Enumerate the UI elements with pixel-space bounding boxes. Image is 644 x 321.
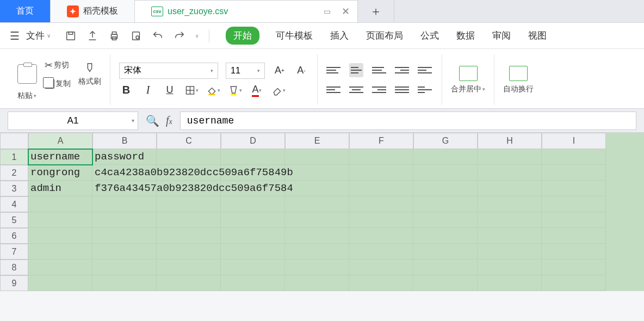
print-icon[interactable] bbox=[108, 30, 120, 42]
cell[interactable] bbox=[28, 212, 92, 228]
cell[interactable] bbox=[542, 196, 606, 212]
row-header[interactable]: 3 bbox=[0, 181, 28, 196]
decrease-font-button[interactable]: A- bbox=[294, 64, 308, 78]
column-header[interactable]: D bbox=[221, 133, 285, 149]
present-icon[interactable]: ▭ bbox=[324, 7, 331, 16]
row-header[interactable]: 7 bbox=[0, 244, 28, 260]
cell[interactable] bbox=[285, 275, 349, 291]
paste-button[interactable] bbox=[17, 64, 37, 84]
cell[interactable] bbox=[542, 181, 606, 196]
cell[interactable] bbox=[413, 244, 478, 260]
cell[interactable] bbox=[285, 181, 349, 196]
row-header[interactable]: 8 bbox=[0, 260, 28, 275]
cell[interactable] bbox=[413, 228, 478, 244]
paste-dropdown[interactable]: 粘贴▾ bbox=[17, 91, 101, 101]
cell[interactable] bbox=[285, 228, 349, 244]
cell[interactable] bbox=[413, 275, 478, 291]
align-center-button[interactable] bbox=[349, 83, 363, 97]
format-painter-button[interactable]: 格式刷 bbox=[78, 77, 101, 87]
eraser-button[interactable]: ▾ bbox=[271, 83, 286, 97]
font-color-button[interactable]: A▾ bbox=[250, 83, 264, 97]
cell[interactable] bbox=[542, 212, 606, 228]
cell[interactable] bbox=[92, 196, 157, 212]
cell[interactable]: f376a43457a0b923820dcc509a6f7584 bbox=[92, 181, 157, 196]
fill-color-button[interactable]: ▾ bbox=[206, 83, 220, 97]
highlight-button[interactable]: ▾ bbox=[228, 83, 242, 97]
ribbon-tab-data[interactable]: 数据 bbox=[455, 26, 476, 45]
cell[interactable] bbox=[349, 275, 413, 291]
cell[interactable] bbox=[221, 260, 285, 275]
cell[interactable] bbox=[349, 149, 413, 165]
copy-button[interactable]: 复制 bbox=[45, 79, 71, 89]
cell[interactable]: rongrong bbox=[28, 165, 92, 181]
formula-input[interactable]: username bbox=[180, 112, 636, 130]
cell[interactable] bbox=[413, 260, 478, 275]
cell[interactable] bbox=[478, 165, 542, 181]
cell[interactable] bbox=[349, 260, 413, 275]
ribbon-tab-formula[interactable]: 公式 bbox=[419, 26, 440, 45]
cut-button[interactable]: ✂剪切 bbox=[45, 59, 71, 71]
tab-file[interactable]: csv user_zuoye.csv ▭ ✕ bbox=[135, 0, 358, 22]
cell[interactable] bbox=[92, 228, 157, 244]
cell[interactable] bbox=[157, 260, 221, 275]
cell[interactable] bbox=[413, 196, 478, 212]
ribbon-tab-start[interactable]: 开始 bbox=[226, 27, 259, 45]
cell[interactable] bbox=[413, 165, 478, 181]
align-left-button[interactable] bbox=[326, 83, 340, 97]
cell[interactable] bbox=[349, 196, 413, 212]
hamburger-icon[interactable]: ☰ bbox=[10, 29, 20, 42]
underline-button[interactable]: U bbox=[163, 83, 177, 97]
distribute-button[interactable] bbox=[418, 83, 432, 97]
row-header[interactable]: 1 bbox=[0, 149, 28, 165]
ribbon-tab-insert[interactable]: 插入 bbox=[329, 26, 350, 45]
export-icon[interactable] bbox=[86, 30, 98, 42]
preview-icon[interactable] bbox=[130, 30, 142, 42]
ribbon-tab-view[interactable]: 视图 bbox=[527, 26, 548, 45]
cell[interactable] bbox=[478, 228, 542, 244]
cell[interactable] bbox=[92, 244, 157, 260]
cell[interactable] bbox=[157, 212, 221, 228]
row-header[interactable]: 5 bbox=[0, 212, 28, 228]
ribbon-tab-review[interactable]: 审阅 bbox=[491, 26, 512, 45]
cell[interactable] bbox=[157, 196, 221, 212]
cell[interactable] bbox=[221, 228, 285, 244]
column-header[interactable]: H bbox=[478, 133, 542, 149]
cell[interactable] bbox=[478, 275, 542, 291]
cell[interactable] bbox=[349, 181, 413, 196]
font-name-select[interactable]: 宋体▾ bbox=[119, 63, 218, 79]
cell[interactable] bbox=[221, 212, 285, 228]
cell[interactable]: password bbox=[92, 149, 157, 165]
cell[interactable] bbox=[285, 260, 349, 275]
cell[interactable] bbox=[92, 275, 157, 291]
row-header[interactable]: 4 bbox=[0, 196, 28, 212]
zoom-icon[interactable]: 🔍 bbox=[146, 114, 159, 127]
cell[interactable]: username bbox=[28, 149, 92, 165]
cell[interactable] bbox=[221, 275, 285, 291]
cell[interactable] bbox=[285, 165, 349, 181]
fx-icon[interactable]: fx bbox=[166, 114, 172, 127]
cell[interactable] bbox=[157, 275, 221, 291]
cell[interactable] bbox=[413, 181, 478, 196]
cell[interactable] bbox=[157, 228, 221, 244]
cell[interactable] bbox=[478, 244, 542, 260]
row-header[interactable]: 9 bbox=[0, 275, 28, 291]
cell[interactable] bbox=[542, 228, 606, 244]
cell[interactable] bbox=[349, 244, 413, 260]
justify-button[interactable] bbox=[395, 83, 409, 97]
cell[interactable]: admin bbox=[28, 181, 92, 196]
font-size-select[interactable]: 11▾ bbox=[226, 63, 265, 79]
cell[interactable] bbox=[349, 165, 413, 181]
align-middle-button[interactable] bbox=[349, 63, 363, 77]
column-header[interactable]: I bbox=[542, 133, 606, 149]
cell[interactable] bbox=[542, 275, 606, 291]
redo-icon[interactable] bbox=[174, 30, 185, 42]
tab-home[interactable]: 首页 bbox=[0, 0, 51, 22]
merge-button[interactable]: 合并居中▾ bbox=[451, 66, 485, 94]
cell[interactable] bbox=[285, 149, 349, 165]
cell[interactable] bbox=[28, 244, 92, 260]
qat-more-icon[interactable]: ∨ bbox=[195, 33, 199, 39]
cell[interactable] bbox=[542, 165, 606, 181]
cell[interactable] bbox=[221, 149, 285, 165]
column-header[interactable]: F bbox=[349, 133, 413, 149]
column-header[interactable]: G bbox=[413, 133, 478, 149]
